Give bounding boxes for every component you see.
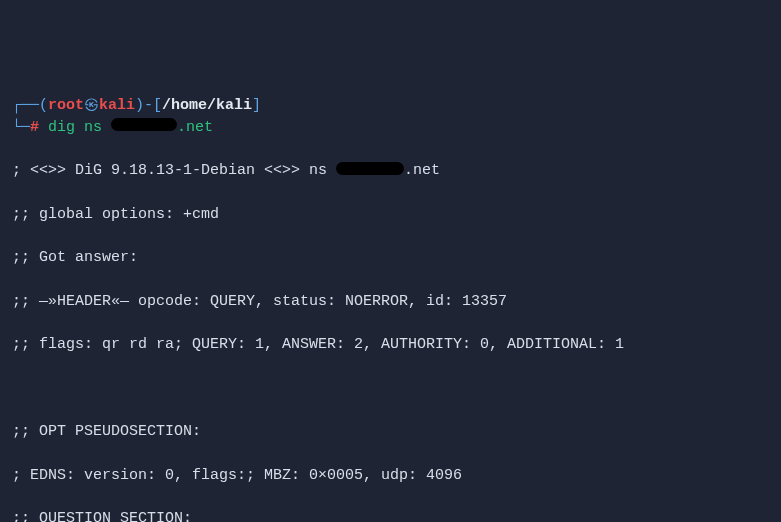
got-answer: ;; Got answer: [12, 247, 769, 269]
dig-banner: ; <<>> DiG 9.18.13-1-Debian <<>> ns .net [12, 160, 769, 182]
redacted-domain [111, 118, 177, 131]
redacted-domain [336, 162, 404, 175]
flags-line: ;; flags: qr rd ra; QUERY: 1, ANSWER: 2,… [12, 334, 769, 356]
prompt-line-2: └─# dig ns .net [12, 117, 769, 139]
global-options: ;; global options: +cmd [12, 204, 769, 226]
terminal-output[interactable]: ┌──(root㉿kali)-[/home/kali]└─# dig ns .n… [12, 95, 769, 522]
question-section-header: ;; QUESTION SECTION: [12, 508, 769, 522]
edns-line: ; EDNS: version: 0, flags:; MBZ: 0×0005,… [12, 465, 769, 487]
header-line: ;; —»HEADER«— opcode: QUERY, status: NOE… [12, 291, 769, 313]
prompt-line-1: ┌──(root㉿kali)-[/home/kali] [12, 95, 769, 117]
opt-pseudosection-header: ;; OPT PSEUDOSECTION: [12, 421, 769, 443]
command-text: dig ns [48, 119, 111, 136]
